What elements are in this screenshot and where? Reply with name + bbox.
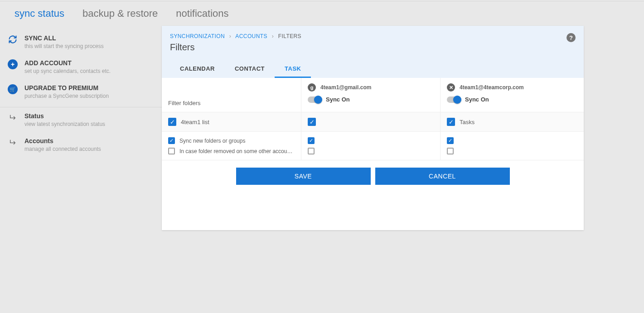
sync-toggle-account2[interactable] <box>447 96 460 103</box>
checkbox-folder-4team1[interactable]: ✓ <box>168 118 176 126</box>
exchange-icon: ✕ <box>447 83 455 91</box>
filters-panel: SYNCHRONIZATION › ACCOUNTS › FILTERS Fil… <box>162 26 584 230</box>
sidebar-item-sync-all[interactable]: SYNC ALL this will start the syncing pro… <box>0 29 162 54</box>
arrow-sub-icon <box>7 137 18 148</box>
arrow-sub-icon <box>7 112 18 123</box>
google-icon: g <box>308 83 316 91</box>
breadcrumb: SYNCHRONIZATION › ACCOUNTS › FILTERS <box>170 33 576 39</box>
toggle-label: Sync On <box>465 96 489 103</box>
checkbox-sync-new-folders[interactable]: ✓ <box>168 137 175 144</box>
plus-circle-icon: + <box>7 59 18 70</box>
sidebar-item-title: SYNC ALL <box>24 34 104 42</box>
sidebar-item-subtitle: purchase a SyncGene subscription <box>24 92 109 100</box>
breadcrumb-synchronization[interactable]: SYNCHRONIZATION <box>170 33 225 39</box>
sync-toggle-account1[interactable] <box>308 96 321 103</box>
save-button[interactable]: SAVE <box>236 168 371 185</box>
sidebar-item-subtitle: set up sync calendars, contacts etc. <box>24 67 111 75</box>
tab-sync-status[interactable]: sync status <box>5 8 73 19</box>
sidebar-item-status[interactable]: Status view latest synchronization statu… <box>0 107 162 132</box>
sidebar-item-subtitle: manage all connected accounts <box>24 145 101 153</box>
sidebar-item-accounts[interactable]: Accounts manage all connected accounts <box>0 132 162 157</box>
folder-label: 4team1 list <box>181 119 209 125</box>
filter-table: Filter folders g 4team1@gmail.com Sync O… <box>162 78 584 160</box>
breadcrumb-accounts[interactable]: ACCOUNTS <box>235 33 267 39</box>
checkbox-acct2-row3[interactable] <box>447 148 454 154</box>
sidebar-item-upgrade[interactable]: 🛒 UPGRADE TO PREMIUM purchase a SyncGene… <box>0 79 162 104</box>
sub-tabs: CALENDAR CONTACT TASK <box>170 61 576 78</box>
sidebar-item-title: UPGRADE TO PREMIUM <box>24 84 109 92</box>
tab-task[interactable]: TASK <box>275 61 311 78</box>
checkbox-acct1-row3[interactable] <box>308 148 315 154</box>
page-title: Filters <box>170 42 576 53</box>
tab-backup-restore[interactable]: backup & restore <box>73 8 167 19</box>
option-label: In case folder removed on some other acc… <box>179 148 295 154</box>
sidebar: SYNC ALL this will start the syncing pro… <box>0 26 162 157</box>
tab-notifications[interactable]: notifications <box>167 8 237 19</box>
account-email: 4team1@gmail.com <box>320 84 371 91</box>
checkbox-acct1-row1[interactable]: ✓ <box>308 118 316 126</box>
sidebar-item-subtitle: this will start the syncing process <box>24 43 104 50</box>
breadcrumb-current: FILTERS <box>278 33 301 39</box>
sidebar-item-subtitle: view latest synchronization status <box>24 120 105 128</box>
sync-icon <box>7 34 18 45</box>
checkbox-acct2-row1[interactable]: ✓ <box>447 118 455 126</box>
cart-icon: 🛒 <box>7 84 18 95</box>
sidebar-item-title: Status <box>24 112 105 120</box>
folder-label: Tasks <box>460 119 475 125</box>
checkbox-acct1-row2[interactable]: ✓ <box>308 137 315 144</box>
cancel-button[interactable]: CANCEL <box>375 168 510 185</box>
sidebar-item-add-account[interactable]: + ADD ACCOUNT set up sync calendars, con… <box>0 54 162 79</box>
toggle-label: Sync On <box>326 96 350 103</box>
option-label: Sync new folders or groups <box>179 138 245 144</box>
sidebar-item-title: ADD ACCOUNT <box>24 59 111 67</box>
main-tabs: sync status backup & restore notificatio… <box>0 1 644 26</box>
help-icon[interactable]: ? <box>567 33 576 42</box>
account-email: 4team1@4teamcorp.com <box>460 84 524 91</box>
tab-contact[interactable]: CONTACT <box>225 61 275 78</box>
tab-calendar[interactable]: CALENDAR <box>170 61 225 78</box>
checkbox-acct2-row2[interactable]: ✓ <box>447 137 454 144</box>
sidebar-item-title: Accounts <box>24 137 101 145</box>
checkbox-delete-removed[interactable] <box>168 148 175 154</box>
filter-folders-label: Filter folders <box>168 83 295 106</box>
